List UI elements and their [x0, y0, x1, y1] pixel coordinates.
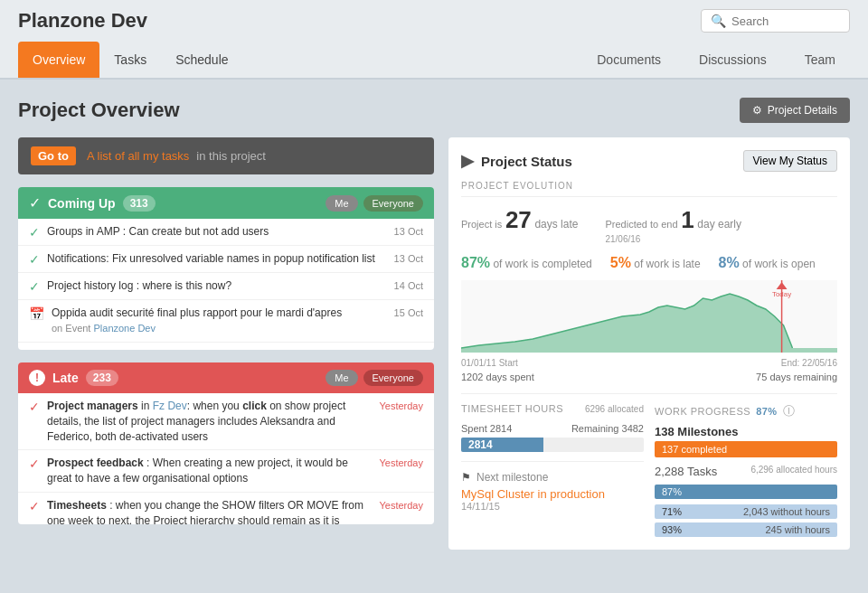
goto-arrow-label: Go to	[31, 146, 76, 165]
task-item: 📅 Oppida audit securité final plus rappo…	[18, 300, 434, 343]
nav-right: Documents Discussions Team	[582, 42, 850, 78]
warning-icon: !	[29, 370, 45, 386]
evolution-stats: Project is 27 days late Predicted to end…	[461, 206, 837, 244]
coming-up-me-filter[interactable]: Me	[326, 195, 357, 212]
nav-left: Overview Tasks Schedule	[18, 42, 243, 78]
late-title: Late 233	[52, 370, 118, 386]
tasks-header: 2,288 Tasks 6,296 allocated hours	[655, 465, 837, 481]
coming-up-title: Coming Up 313	[48, 195, 156, 212]
next-milestone-link[interactable]: MySql Cluster in production	[461, 487, 605, 501]
late-count: 233	[86, 370, 118, 386]
search-icon: 🔍	[711, 14, 726, 28]
project-details-button[interactable]: ⚙ Project Details	[740, 98, 850, 123]
coming-up-filters: Me Everyone	[326, 195, 423, 212]
late-header: ! Late 233 Me Everyone	[18, 362, 434, 393]
left-panel: Go to A list of all my tasks in this pro…	[18, 137, 434, 550]
view-my-status-button[interactable]: View My Status	[743, 150, 837, 172]
sub-bar2-pct: 93%	[655, 524, 758, 535]
page-content: Project Overview ⚙ Project Details Go to…	[0, 80, 868, 573]
milestone-completed: 137 completed	[662, 444, 727, 455]
status-title: ▶ Project Status	[461, 151, 572, 171]
timesheet-allocated: 6296 allocated	[585, 404, 644, 414]
task-text: Prospect feedback : When creating a new …	[47, 456, 372, 486]
sub-bar1-label: 2,043 without hours	[736, 506, 837, 517]
chart-spent: 1202 days spent 75 days remaining	[461, 372, 837, 382]
milestones-count: 138 Milestones	[655, 425, 837, 438]
evolution-chart: Today	[461, 280, 837, 353]
nav-team[interactable]: Team	[790, 42, 850, 78]
chart-start-date: 01/01/11 Start	[461, 358, 518, 368]
task-item: ✓ Project history log : where is this no…	[18, 273, 434, 300]
goto-link[interactable]: A list of all my tasks	[87, 149, 189, 163]
event-link[interactable]: Planzone Dev	[93, 323, 156, 334]
late-me-filter[interactable]: Me	[326, 370, 357, 386]
task-date: 15 Oct	[394, 307, 423, 318]
timesheet-bar-inner: 2814	[461, 438, 543, 452]
info-icon[interactable]: ⓘ	[783, 403, 796, 419]
nav-bar: Overview Tasks Schedule Documents Discus…	[0, 42, 868, 80]
work-progress-col: WORK PROGRESS 87% ⓘ 138 Milestones 137 c…	[655, 403, 837, 537]
task-text: Timesheets : when you change the SHOW fi…	[47, 498, 372, 524]
nav-documents[interactable]: Documents	[582, 42, 675, 78]
task-item: ✓ Groups in AMP : Can create but not add…	[18, 219, 434, 246]
next-milestone-section: ⚑ Next milestone MySql Cluster in produc…	[461, 461, 644, 512]
days-late-block: Project is 27 days late	[461, 206, 578, 244]
bottom-stats: TIMESHEET HOURS 6296 allocated Spent 281…	[461, 393, 837, 537]
nav-discussions[interactable]: Discussions	[684, 42, 781, 78]
nav-overview[interactable]: Overview	[18, 42, 99, 78]
gear-icon: ⚙	[752, 104, 762, 117]
svg-text:Today: Today	[772, 290, 791, 298]
work-completed-label: of work is completed	[493, 258, 591, 270]
tasks-bar: 87%	[655, 485, 837, 499]
chart-dates: 01/01/11 Start End: 22/05/16	[461, 358, 837, 368]
flag-icon: ⚑	[461, 471, 471, 484]
timesheet-header: TIMESHEET HOURS 6296 allocated	[461, 403, 644, 419]
work-stats: 87% of work is completed 5% of work is l…	[461, 255, 837, 271]
work-late-pct: 5%	[610, 255, 631, 270]
late-everyone-filter[interactable]: Everyone	[363, 370, 423, 386]
coming-up-everyone-filter[interactable]: Everyone	[363, 195, 423, 212]
timesheet-col: TIMESHEET HOURS 6296 allocated Spent 281…	[461, 403, 644, 537]
goto-desc: in this project	[196, 149, 266, 163]
task-date: Yesterday	[379, 457, 423, 468]
task-text: Project history log : where is this now?	[47, 278, 387, 294]
nav-tasks[interactable]: Tasks	[99, 42, 161, 78]
task-check-icon: ✓	[29, 457, 40, 471]
search-box[interactable]: 🔍	[701, 9, 850, 33]
late-filters: Me Everyone	[326, 370, 423, 386]
work-late-label: of work is late	[634, 258, 700, 270]
right-panel: ▶ Project Status View My Status PROJECT …	[448, 137, 850, 550]
app-header: Planzone Dev 🔍	[0, 0, 868, 42]
page-title: Project Overview	[18, 99, 180, 122]
tasks-bar-pct: 87%	[662, 486, 682, 497]
days-late-value: 27	[505, 206, 532, 233]
nav-schedule[interactable]: Schedule	[161, 42, 242, 78]
work-completed-pct: 87%	[461, 255, 490, 270]
check-circle-icon: ✓	[29, 194, 41, 212]
status-icon: ▶	[461, 151, 474, 171]
timesheet-title: TIMESHEET HOURS	[461, 403, 563, 414]
task-text: Groups in AMP : Can create but not add u…	[47, 224, 387, 240]
app-title: Planzone Dev	[18, 9, 147, 33]
timesheet-progress-bar: 2814	[461, 438, 644, 452]
task-text: Notifications: Fix unresolved variable n…	[47, 251, 387, 267]
next-milestone-date: 14/11/15	[461, 501, 644, 512]
evolution-label: PROJECT EVOLUTION	[461, 181, 837, 197]
predicted-block: Predicted to end 1 day early 21/06/16	[605, 206, 741, 244]
goto-bar: Go to A list of all my tasks in this pro…	[18, 137, 434, 174]
task-item: ✓ All My Projects : Team page Filter by …	[18, 343, 434, 350]
task-check-icon: ✓	[29, 400, 40, 414]
task-item: ✓ Prospect feedback : When creating a ne…	[18, 450, 434, 493]
work-open-label: of work is open	[742, 258, 816, 270]
work-late-stat: 5% of work is late	[610, 255, 701, 271]
days-spent: 1202 days spent	[461, 372, 534, 382]
task-item: ✓ Timesheets : when you change the SHOW …	[18, 493, 434, 524]
task-item: ✓ Notifications: Fix unresolved variable…	[18, 246, 434, 273]
search-input[interactable]	[731, 14, 840, 28]
task-link[interactable]: Fz Dev	[153, 400, 187, 412]
task-date: Yesterday	[379, 400, 423, 411]
main-layout: Go to A list of all my tasks in this pro…	[18, 137, 850, 550]
predicted-date: 21/06/16	[605, 234, 741, 244]
days-remaining: 75 days remaining	[756, 372, 837, 382]
milestone-bar: 137 completed	[655, 441, 837, 457]
